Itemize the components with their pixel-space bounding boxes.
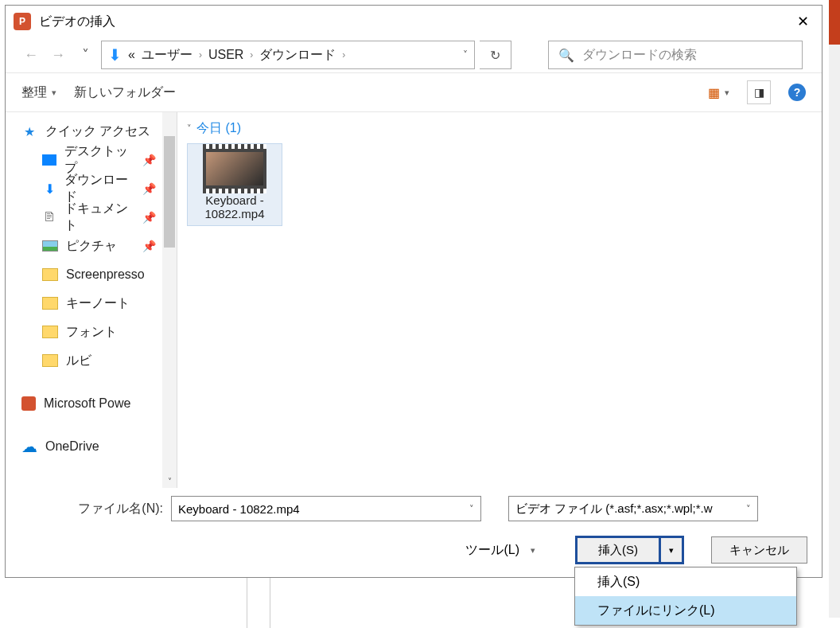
pictures-icon	[42, 240, 58, 252]
sidebar-label: ピクチャ	[66, 238, 117, 255]
desktop-icon	[42, 154, 56, 166]
crumb-downloads[interactable]: ダウンロード	[259, 47, 336, 64]
file-item[interactable]: Keyboard - 10822.mp4	[187, 143, 282, 226]
sidebar-label: クイック アクセス	[45, 123, 150, 140]
ruler	[247, 573, 270, 628]
folder-icon	[42, 326, 58, 338]
toolbar: 整理 ▾ 新しいフォルダー ▦▾ ◨ ?	[6, 72, 822, 112]
sidebar-label: フォント	[66, 324, 117, 341]
scrollbar-thumb[interactable]	[164, 136, 175, 248]
new-folder-label: 新しいフォルダー	[74, 84, 176, 101]
sidebar-item-keynote[interactable]: キーノート	[21, 289, 177, 318]
app-accent	[829, 0, 840, 45]
folder-icon	[42, 354, 58, 367]
crumb-user[interactable]: USER	[208, 48, 243, 62]
search-placeholder: ダウンロードの検索	[582, 47, 697, 64]
location-icon: ⬇	[108, 45, 122, 64]
sidebar-item-desktop[interactable]: デスクトップ 📌	[21, 146, 177, 174]
up-button[interactable]: ˅	[74, 44, 96, 66]
tools-button[interactable]: ツール(L) ▾	[465, 542, 535, 559]
chevron-right-icon: ›	[199, 49, 202, 60]
chevron-right-icon: ›	[250, 49, 253, 60]
sidebar-label: キーノート	[66, 295, 130, 312]
filetype-select[interactable]: ビデオ ファイル (*.asf;*.asx;*.wpl;*.w ˅	[508, 496, 758, 521]
menu-label: ファイルにリンク(L)	[597, 603, 715, 619]
sidebar-item-font[interactable]: フォント	[21, 318, 177, 346]
menu-item-insert[interactable]: 挿入(S)	[575, 568, 796, 596]
file-dialog: P ビデオの挿入 ✕ ← → ˅ ⬇ « ユーザー › USER › ダウンロー…	[5, 5, 822, 578]
dialog-title: ビデオの挿入	[39, 14, 115, 30]
cancel-label: キャンセル	[729, 543, 789, 558]
breadcrumb[interactable]: ⬇ « ユーザー › USER › ダウンロード › ˅	[101, 41, 475, 69]
sidebar-label: Screenpresso	[66, 267, 145, 282]
cancel-button[interactable]: キャンセル	[711, 536, 807, 564]
pin-icon: 📌	[142, 154, 156, 166]
powerpoint-icon	[21, 396, 36, 411]
pin-icon: 📌	[142, 182, 156, 195]
help-button[interactable]: ?	[788, 84, 806, 101]
caret-down-icon[interactable]: ˅	[746, 504, 751, 514]
sidebar-item-documents[interactable]: 🖹 ドキュメント 📌	[21, 203, 177, 232]
insert-menu: 挿入(S) ファイルにリンク(L)	[574, 567, 797, 626]
close-button[interactable]: ✕	[784, 6, 822, 37]
pin-icon: 📌	[142, 211, 156, 224]
main-area: ★ クイック アクセス デスクトップ 📌 ⬇ ダウンロード 📌 🖹 ドキュメント…	[6, 112, 822, 488]
path-expand[interactable]: ˅	[463, 49, 468, 60]
sidebar-item-screenpresso[interactable]: Screenpresso	[21, 260, 177, 289]
scrollbar[interactable]: ˅	[162, 112, 177, 488]
file-name: Keyboard - 10822.mp4	[192, 193, 277, 220]
titlebar: P ビデオの挿入 ✕	[6, 6, 822, 37]
insert-label: 挿入(S)	[598, 543, 638, 558]
sidebar-label: Microsoft Powe	[44, 396, 130, 411]
filename-value: Keyboard - 10822.mp4	[178, 502, 300, 516]
folder-icon	[42, 268, 58, 281]
bottom-panel: ファイル名(N): Keyboard - 10822.mp4 ˅ ビデオ ファイ…	[6, 488, 822, 577]
folder-icon	[42, 297, 58, 310]
organize-label: 整理	[21, 84, 47, 101]
sidebar-item-onedrive[interactable]: ☁ OneDrive	[21, 432, 177, 461]
caret-down-icon: ▾	[52, 88, 56, 98]
file-list: ˅ 今日 (1) Keyboard - 10822.mp4	[177, 112, 822, 488]
nav-row: ← → ˅ ⬇ « ユーザー › USER › ダウンロード › ˅ ↻ 🔍 ダ…	[6, 37, 822, 72]
group-header[interactable]: ˅ 今日 (1)	[187, 120, 812, 137]
powerpoint-icon: P	[14, 13, 31, 30]
refresh-button[interactable]: ↻	[480, 41, 511, 69]
app-background	[829, 45, 840, 618]
insert-button[interactable]: 挿入(S)	[578, 538, 661, 562]
sidebar-item-downloads[interactable]: ⬇ ダウンロード 📌	[21, 174, 177, 203]
sidebar-item-quick-access[interactable]: ★ クイック アクセス	[21, 117, 177, 146]
sidebar-item-ruby[interactable]: ルビ	[21, 346, 177, 375]
preview-pane-button[interactable]: ◨	[747, 80, 771, 104]
view-options-button[interactable]: ▦▾	[708, 85, 729, 100]
star-icon: ★	[21, 123, 37, 139]
document-icon: 🖹	[42, 209, 56, 225]
organize-button[interactable]: 整理 ▾	[21, 84, 56, 101]
tools-label: ツール(L)	[465, 542, 519, 559]
chevron-right-icon: ›	[342, 49, 345, 60]
insert-dropdown-button[interactable]: ▾	[661, 538, 682, 562]
crumb-users[interactable]: ユーザー	[142, 47, 192, 64]
search-input[interactable]: 🔍 ダウンロードの検索	[548, 41, 803, 69]
crumb-prefix: «	[128, 48, 135, 62]
scroll-down-button[interactable]: ˅	[164, 475, 175, 486]
caret-down-icon: ▾	[725, 88, 729, 98]
new-folder-button[interactable]: 新しいフォルダー	[74, 84, 176, 101]
menu-item-link-to-file[interactable]: ファイルにリンク(L)	[575, 596, 796, 625]
group-label: 今日 (1)	[196, 120, 241, 137]
pin-icon: 📌	[142, 240, 156, 252]
filename-input[interactable]: Keyboard - 10822.mp4 ˅	[171, 496, 481, 521]
sidebar-item-powerpoint[interactable]: Microsoft Powe	[21, 389, 177, 418]
cloud-icon: ☁	[21, 439, 37, 454]
insert-split-button: 挿入(S) ▾	[575, 536, 684, 564]
download-icon: ⬇	[42, 181, 56, 197]
back-button[interactable]: ←	[20, 44, 42, 66]
sidebar-label: OneDrive	[45, 439, 99, 454]
caret-down-icon: ▾	[531, 545, 535, 556]
chevron-down-icon: ˅	[187, 123, 192, 134]
forward-button[interactable]: →	[47, 44, 69, 66]
video-thumbnail	[203, 149, 266, 189]
filetype-value: ビデオ ファイル (*.asf;*.asx;*.wpl;*.w	[515, 501, 713, 517]
caret-down-icon[interactable]: ˅	[469, 504, 474, 514]
sidebar-item-pictures[interactable]: ピクチャ 📌	[21, 232, 177, 260]
sidebar: ★ クイック アクセス デスクトップ 📌 ⬇ ダウンロード 📌 🖹 ドキュメント…	[6, 112, 177, 488]
